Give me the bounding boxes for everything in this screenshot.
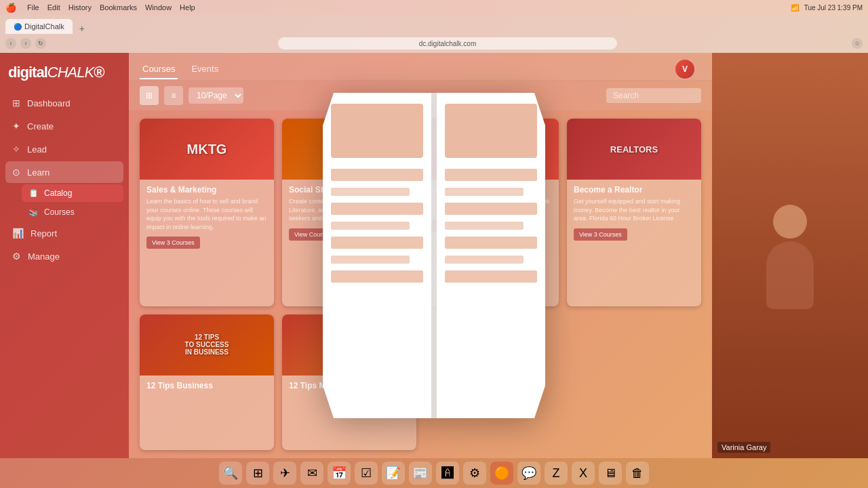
refresh-button[interactable]: ↻: [35, 38, 46, 49]
dock-trash[interactable]: 🗑: [626, 462, 649, 485]
course-card-4: REALTORS Become a Realtor Get yourself e…: [567, 119, 701, 306]
browser-nav: ‹ › ↻ dc.digitalchalk.com ☆: [0, 34, 868, 53]
manage-icon: ⚙: [12, 251, 21, 262]
dock-appstore[interactable]: 🅰: [436, 462, 459, 485]
sidebar-label-lead: Lead: [27, 144, 47, 155]
dock-safari[interactable]: ✈: [273, 462, 296, 485]
dock-reminders[interactable]: ☑: [355, 462, 378, 485]
menu-bookmarks[interactable]: Bookmarks: [100, 3, 137, 12]
sidebar-item-learn[interactable]: ⊙ Learn: [5, 161, 123, 183]
course-thumb-6: 12 TIPSTO SUCCMARKETING: [282, 314, 416, 375]
mac-topbar: 🍎 File Edit History Bookmarks Window Hel…: [0, 0, 868, 15]
view-btn-3[interactable]: View Courses: [431, 220, 479, 232]
datetime: Tue Jul 23 1:39 PM: [804, 4, 863, 12]
per-page-select[interactable]: 10/Page: [189, 87, 243, 104]
sidebar-item-manage[interactable]: ⚙ Manage: [5, 245, 123, 267]
search-input[interactable]: [606, 88, 701, 103]
mac-status-bar: 📶 Tue Jul 23 1:39 PM: [791, 4, 863, 12]
url-text: dc.digitalchalk.com: [419, 40, 476, 47]
menu-help[interactable]: Help: [180, 3, 195, 12]
course-desc-1: Learn the basics of how to sell and bran…: [146, 197, 267, 231]
learn-icon: ⊙: [12, 167, 20, 178]
course-body-2: Social Store Create content wanted! Join…: [282, 180, 416, 246]
course-title-2: Social Store: [289, 185, 410, 195]
course-title-3: Nosh & Sip: [431, 185, 552, 195]
view-btn-2[interactable]: View Courses: [289, 228, 337, 241]
thumb-label-5: 12 TIPSTO SUCCESSIN BUSINESS: [182, 331, 232, 359]
tab-events[interactable]: Events: [189, 60, 221, 79]
course-body-4: Become a Realtor Get yourself equipped a…: [567, 180, 701, 246]
sidebar-label-create: Create: [27, 121, 54, 131]
sidebar-label-manage: Manage: [28, 251, 60, 262]
sidebar-label-learn: Learn: [27, 167, 50, 178]
sidebar-label-courses: Courses: [44, 207, 75, 217]
dock-preferences[interactable]: ⚙: [463, 462, 486, 485]
dashboard-icon: ⊞: [12, 98, 20, 108]
main-content: Courses Events V ⊞ ≡ 10/Page MKTG: [129, 53, 712, 458]
course-thumb-4: REALTORS: [567, 119, 701, 180]
course-title-4: Become a Realtor: [574, 185, 694, 195]
video-panel: Varinia Garay: [712, 53, 868, 458]
tab-events-label: Events: [191, 64, 218, 74]
thumb-label-4: REALTORS: [610, 144, 658, 155]
app-logo: digitalCHALK®: [8, 64, 121, 81]
sidebar-item-courses[interactable]: 📚 Courses: [22, 203, 123, 221]
dock-launchpad[interactable]: ⊞: [246, 462, 269, 485]
tab-courses[interactable]: Courses: [140, 60, 178, 79]
dock-excel[interactable]: X: [572, 462, 595, 485]
sidebar-item-report[interactable]: 📊 Report: [5, 222, 123, 244]
dock-calendar[interactable]: 📅: [328, 462, 351, 485]
menu-window[interactable]: Window: [145, 3, 172, 12]
course-card-1: MKTG Sales & Marketing Learn the basics …: [140, 119, 274, 306]
sidebar-item-dashboard[interactable]: ⊞ Dashboard: [5, 92, 123, 114]
dock-mail[interactable]: ✉: [300, 462, 323, 485]
dock-notes[interactable]: 📝: [382, 462, 405, 485]
thumb-label-1: MKTG: [187, 142, 227, 157]
dock-news[interactable]: 📰: [409, 462, 432, 485]
course-card-6: 12 TIPSTO SUCCMARKETING 12 Tips Marketin…: [282, 314, 416, 450]
dock-slack[interactable]: 💬: [517, 462, 540, 485]
thumb-label-3: NOSH: [478, 144, 505, 155]
menu-history[interactable]: History: [68, 3, 92, 12]
sidebar-item-create[interactable]: ✦ Create: [5, 115, 123, 137]
tab-title: DigitalChalk: [24, 22, 64, 30]
mac-menu-bar: 🍎 File Edit History Bookmarks Window Hel…: [5, 3, 195, 13]
course-thumb-5: 12 TIPSTO SUCCESSIN BUSINESS: [140, 314, 274, 375]
course-thumb-2: SOCIAL: [282, 119, 416, 180]
view-btn-1[interactable]: View 3 Courses: [146, 237, 200, 249]
tab-courses-label: Courses: [142, 64, 175, 74]
course-body-5: 12 Tips Business: [140, 375, 274, 399]
bookmark-button[interactable]: ☆: [852, 38, 863, 49]
course-title-5: 12 Tips Business: [146, 381, 267, 390]
grid-view-button[interactable]: ⊞: [140, 86, 159, 105]
menu-file[interactable]: File: [27, 3, 39, 12]
course-title-6: 12 Tips Marketing: [289, 381, 410, 390]
back-button[interactable]: ‹: [5, 38, 16, 49]
course-body-3: Nosh & Sip Foodie! Do you love different…: [425, 180, 559, 237]
course-body-1: Sales & Marketing Learn the basics of ho…: [140, 180, 274, 254]
course-card-5: 12 TIPSTO SUCCESSIN BUSINESS 12 Tips Bus…: [140, 314, 274, 450]
sidebar-item-catalog[interactable]: 📋 Catalog: [22, 184, 123, 202]
create-icon: ✦: [12, 121, 20, 131]
course-desc-2: Create content wanted! Join our Cinema, …: [289, 197, 410, 223]
course-title-1: Sales & Marketing: [146, 185, 267, 195]
dock-display[interactable]: 🖥: [599, 462, 622, 485]
sidebar-item-lead[interactable]: ✧ Lead: [5, 138, 123, 160]
forward-button[interactable]: ›: [20, 38, 31, 49]
url-bar[interactable]: dc.digitalchalk.com: [278, 37, 617, 49]
video-name: Varinia Garay: [717, 442, 770, 453]
thumb-label-2: SOCIAL: [332, 144, 368, 155]
toolbar: ⊞ ≡ 10/Page: [129, 81, 712, 110]
browser-tab[interactable]: 🔵 DigitalChalk: [5, 19, 73, 34]
dock-finder[interactable]: 🔍: [219, 462, 242, 485]
view-btn-4[interactable]: View 3 Courses: [574, 228, 627, 241]
list-view-button[interactable]: ≡: [164, 86, 183, 105]
dock-chrome[interactable]: 🟠: [490, 462, 513, 485]
dock: 🔍 ⊞ ✈ ✉ 📅 ☑ 📝 📰 🅰 ⚙ 🟠 💬 Z X 🖥 🗑: [0, 458, 868, 488]
menu-edit[interactable]: Edit: [47, 3, 60, 12]
new-tab-button[interactable]: +: [75, 23, 89, 34]
course-card-2: SOCIAL Social Store Create content wante…: [282, 119, 416, 306]
course-desc-3: Foodie! Do you love different food and d…: [431, 197, 552, 214]
wifi-icon: 📶: [791, 4, 799, 12]
dock-zoom[interactable]: Z: [545, 462, 568, 485]
